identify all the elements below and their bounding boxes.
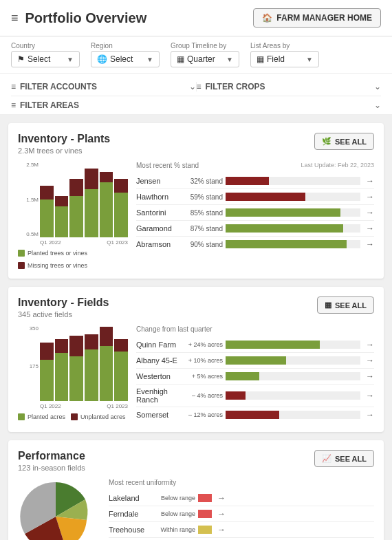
secondary-filters: ≡ FILTER ACCOUNTS ⌄ ≡ FILTER CROPS ⌄ ≡ F… (0, 74, 392, 115)
bar-planted (85, 189, 98, 237)
performance-card-header: Performance 123 in-season fields 📈 SEE A… (18, 450, 374, 472)
performance-table-header: Most recent uniformity (109, 479, 374, 486)
arrow-icon[interactable]: → (366, 371, 374, 381)
table-row: Hawthorn 59% stand → (136, 189, 374, 205)
bar-missing (40, 186, 54, 199)
performance-see-all-button[interactable]: 📈 SEE ALL (314, 450, 374, 467)
bar-missing (69, 179, 83, 196)
data-bar (226, 240, 347, 248)
plants-legend: Planted trees or vines Missing trees or … (18, 250, 128, 269)
arrow-icon[interactable]: → (217, 509, 226, 519)
cards-container: Inventory - Plants 2.3M trees or vines 🌿… (0, 115, 392, 540)
arrow-icon[interactable]: → (366, 192, 374, 202)
legend-planted-dot (18, 250, 25, 257)
arrow-icon[interactable]: → (366, 340, 374, 349)
farm-manager-home-button[interactable]: 🏠 FARM MANAGER HOME (253, 8, 381, 28)
globe-icon: 🌐 (97, 54, 107, 64)
arrow-icon[interactable]: → (366, 176, 374, 186)
filter-accounts-icon: ≡ (11, 82, 16, 91)
data-bar (226, 193, 305, 201)
chevron-down-icon: ▼ (306, 56, 313, 63)
header-left: ≡ Portfolio Overview (11, 10, 146, 26)
performance-title: Performance (18, 450, 85, 462)
home-icon: 🏠 (262, 13, 272, 23)
group-timeline-select[interactable]: ▦ Quarter ▼ (171, 51, 239, 67)
table-row: Lakeland Below range → (109, 490, 374, 506)
arrow-icon[interactable]: → (366, 208, 374, 217)
arrow-icon[interactable]: → (366, 391, 374, 400)
filter-areas-row[interactable]: ≡ FILTER AREAS ⌄ (11, 96, 381, 114)
grid-icon: ▦ (257, 54, 264, 64)
chevron-down-icon: ▼ (146, 56, 153, 63)
bar-planted (55, 206, 69, 237)
bar-planted (100, 182, 113, 237)
plants-y-axis: 2.5M 1.5M 0.5M (18, 162, 39, 237)
bar-planted (69, 196, 83, 237)
arrow-icon[interactable]: → (366, 224, 374, 233)
fields-table-header: Change from last quarter (136, 325, 374, 333)
arrow-icon[interactable]: → (217, 493, 226, 503)
menu-icon[interactable]: ≡ (11, 11, 19, 25)
arrow-icon[interactable]: → (366, 356, 374, 365)
region-select[interactable]: 🌐 Select ▼ (91, 51, 160, 67)
list-areas-filter: List Areas by ▦ Field ▼ (250, 42, 319, 67)
fields-subtitle: 345 active fields (18, 310, 109, 318)
data-bar (226, 224, 343, 233)
plants-subtitle: 2.3M trees or vines (18, 147, 110, 155)
fields-card-body: 350 175 (18, 325, 374, 422)
page-title: Portfolio Overview (25, 10, 147, 26)
fields-see-all-button[interactable]: ▦ SEE ALL (317, 296, 374, 314)
list-areas-value: Field (267, 54, 285, 64)
bar-planted (40, 199, 54, 237)
plants-x-axis: Q1 2022 Q1 2023 (18, 239, 128, 246)
fields-table: Change from last quarter Quinn Farm + 24… (136, 325, 374, 422)
region-value: Select (110, 54, 133, 64)
chevron-down-icon: ⌄ (374, 82, 381, 91)
arrow-icon[interactable]: → (366, 410, 374, 420)
fields-card: Inventory - Fields 345 active fields ▦ S… (8, 287, 384, 432)
performance-table: Most recent uniformity Lakeland Below ra… (109, 479, 374, 540)
bar-missing (100, 172, 113, 182)
performance-chart-area: Unknown Good Average At Risk (18, 479, 100, 540)
chevron-down-icon: ▼ (67, 56, 74, 63)
plants-table-header: Most recent % stand Last Update: Feb 22,… (136, 162, 374, 169)
list-areas-label: List Areas by (250, 42, 319, 50)
top-filters: Country ⚑ Select ▼ Region 🌐 Select ▼ Gro… (0, 36, 392, 74)
list-areas-select[interactable]: ▦ Field ▼ (250, 51, 319, 67)
plants-table: Most recent % stand Last Update: Feb 22,… (136, 162, 374, 269)
plants-see-all-button[interactable]: 🌿 SEE ALL (314, 133, 374, 150)
plants-card-body: 2.5M 1.5M 0.5M (18, 162, 374, 269)
chevron-down-icon: ⌄ (189, 82, 196, 91)
bar-planted (114, 193, 128, 237)
arrow-icon[interactable]: → (217, 525, 226, 534)
table-row: Quinn Farm + 24% acres → (136, 337, 374, 353)
table-row: Albany 45-E + 10% acres → (136, 353, 374, 369)
country-value: Select (28, 54, 50, 64)
tree-icon: 🌿 (322, 137, 331, 146)
table-row: Garamond 87% stand → (136, 221, 374, 237)
fields-chart-area: 350 175 (18, 325, 128, 422)
filter-crops-label: FILTER CROPS (206, 82, 265, 91)
table-row: Evenhigh Ranch – 4% acres → (136, 385, 374, 407)
country-select[interactable]: ⚑ Select ▼ (11, 51, 80, 67)
fields-y-axis: 350 175 (18, 325, 39, 401)
chevron-down-icon: ▼ (226, 56, 233, 63)
legend-missing-dot (18, 262, 25, 269)
chevron-down-icon: ⌄ (374, 100, 381, 110)
plants-chart-area: 2.5M 1.5M 0.5M (18, 162, 128, 269)
plants-bars (40, 169, 128, 237)
bar-missing (85, 169, 98, 189)
filter-areas-icon: ≡ (11, 100, 16, 110)
table-row: Westerton + 5% acres → (136, 369, 374, 385)
fields-card-header: Inventory - Fields 345 active fields ▦ S… (18, 296, 374, 318)
table-row: Somerset – 12% acres → (136, 407, 374, 422)
filter-areas-label: FILTER AREAS (20, 100, 79, 110)
data-bar (226, 177, 269, 185)
filter-accounts-row[interactable]: ≡ FILTER ACCOUNTS ⌄ (11, 78, 196, 96)
country-filter: Country ⚑ Select ▼ (11, 42, 80, 67)
filter-crops-icon: ≡ (197, 82, 202, 91)
filter-crops-row[interactable]: ≡ FILTER CROPS ⌄ (197, 78, 382, 96)
grid-icon: ▦ (325, 301, 331, 310)
pie-chart (18, 479, 94, 540)
arrow-icon[interactable]: → (366, 239, 374, 249)
